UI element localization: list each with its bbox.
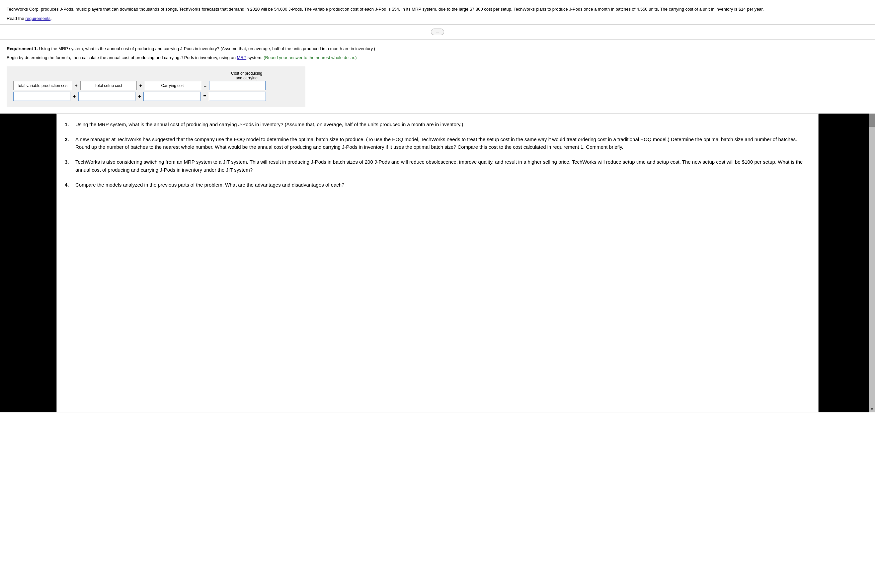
period: . (51, 16, 52, 21)
instruction-text2: system. (248, 55, 262, 60)
input-result[interactable] (209, 92, 266, 101)
read-requirements-line: Read the requirements. (7, 16, 868, 21)
req-item-num-1: 1. (65, 120, 75, 128)
req-title-rest: Using the MRP system, what is the annual… (38, 46, 375, 51)
scrollbar-thumb[interactable] (869, 114, 875, 127)
req-item-1: 1.Using the MRP system, what is the annu… (65, 120, 810, 128)
result-label (209, 81, 265, 90)
req-title-bold: Requirement 1. (7, 46, 38, 51)
req-item-num-2: 2. (65, 135, 75, 151)
formula-header-row: Cost of producing and carrying (13, 71, 299, 80)
intro-text: TechWorks Corp. produces J-Pods, music p… (7, 7, 764, 12)
req-item-2: 2.A new manager at TechWorks has suggest… (65, 135, 810, 151)
req-item-3: 3.TechWorks is also considering switchin… (65, 158, 810, 174)
black-panel-left (0, 114, 57, 412)
read-label: Read the (7, 16, 24, 21)
req-item-num-4: 4. (65, 181, 75, 189)
input-variable-production[interactable] (13, 92, 70, 101)
label-setup-cost: Total setup cost (80, 81, 137, 90)
mrp-link[interactable]: MRP (237, 55, 247, 60)
input-carrying-cost[interactable] (144, 92, 201, 101)
operator1: + (75, 83, 77, 88)
req-title: Requirement 1. Using the MRP system, wha… (7, 45, 868, 52)
equals-sign2: = (203, 94, 206, 99)
req-instruction: Begin by determining the formula, then c… (7, 54, 868, 61)
round-note: (Round your answer to the nearest whole … (264, 55, 357, 60)
instruction-text: Begin by determining the formula, then c… (7, 55, 236, 60)
operator3: + (73, 94, 76, 99)
req-item-4: 4.Compare the models analyzed in the pre… (65, 181, 810, 189)
top-section: TechWorks Corp. produces J-Pods, music p… (0, 0, 875, 25)
label-variable-production: Total variable production cost (13, 81, 72, 90)
divider-row: ··· (0, 25, 875, 39)
requirements-link[interactable]: requirements (25, 16, 51, 21)
formula-inputs-row: + + = (13, 92, 299, 101)
req-item-text-3: TechWorks is also considering switching … (75, 158, 810, 174)
req-item-num-3: 3. (65, 158, 75, 174)
equals-sign: = (204, 83, 207, 88)
requirement-section: Requirement 1. Using the MRP system, wha… (0, 39, 875, 114)
cost-of-producing-header: Cost of producing and carrying (219, 71, 275, 80)
req-item-text-4: Compare the models analyzed in the previ… (75, 181, 810, 189)
req-item-text-2: A new manager at TechWorks has suggested… (75, 135, 810, 151)
black-panel-right: ▲ ▼ (818, 114, 875, 412)
scrollbar-arrow-down[interactable]: ▼ (869, 406, 875, 412)
operator4: + (138, 94, 141, 99)
label-carrying-cost: Carrying cost (145, 81, 201, 90)
divider-button[interactable]: ··· (431, 28, 444, 35)
scrollbar-track: ▲ ▼ (869, 114, 875, 412)
bottom-section: 1.Using the MRP system, what is the annu… (0, 114, 875, 412)
formula-container: Cost of producing and carrying Total var… (7, 66, 306, 107)
formula-labels-row: Total variable production cost + Total s… (13, 81, 299, 90)
req-item-text-1: Using the MRP system, what is the annual… (75, 120, 810, 128)
requirements-panel: 1.Using the MRP system, what is the annu… (57, 114, 818, 412)
cost-producing-line1: Cost of producing (219, 71, 275, 76)
input-setup-cost[interactable] (78, 92, 135, 101)
operator2: + (139, 83, 142, 88)
intro-paragraph: TechWorks Corp. produces J-Pods, music p… (7, 6, 868, 13)
cost-producing-line2: and carrying (219, 76, 275, 80)
req-list: 1.Using the MRP system, what is the annu… (65, 120, 810, 189)
